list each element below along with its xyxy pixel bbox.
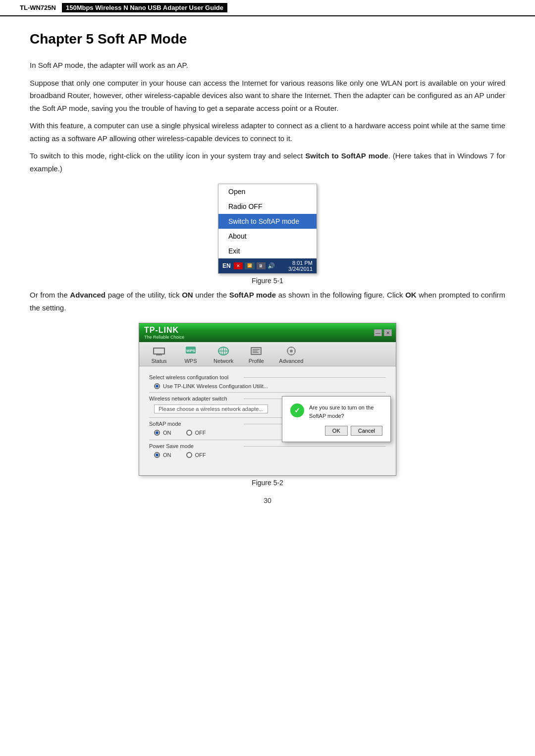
paragraph-1: In Soft AP mode, the adapter will work a…: [30, 59, 505, 72]
tplink-logo-sub: The Reliable Choice: [144, 335, 184, 340]
tplink-utility-window: TP-LINK The Reliable Choice — ✕: [139, 323, 396, 476]
paragraph-5: Or from the Advanced page of the utility…: [30, 289, 505, 314]
tplink-titlebar: TP-LINK The Reliable Choice — ✕: [139, 323, 396, 342]
bold-advanced: Advanced: [70, 291, 106, 299]
advanced-nav-icon: [284, 345, 298, 357]
confirm-content: ✓ Are you sure to turn on the SoftAP mod…: [290, 403, 382, 420]
powersave-on-label: ON: [163, 452, 171, 458]
page-number: 30: [30, 497, 505, 504]
nav-item-profile[interactable]: Profile: [241, 342, 271, 366]
header-model: TL-WN725N: [20, 4, 56, 11]
context-menu-item-exit: Exit: [218, 244, 317, 258]
nav-label-wps: WPS: [184, 358, 197, 364]
radio-tplink-config-button[interactable]: [154, 383, 160, 389]
paragraph-4: To switch to this mode, right-click on t…: [30, 150, 505, 175]
section-wireless-config-label: Select wireless configuration tool: [149, 374, 386, 380]
context-menu: Open Radio OFF Switch to SoftAP mode Abo…: [218, 184, 317, 274]
bold-switch-to-softap: Switch to SoftAP mode: [305, 151, 388, 160]
taskbar-icon-x: ✕: [234, 262, 243, 269]
nav-item-network[interactable]: Network: [208, 342, 239, 366]
bold-softap-mode: SoftAP mode: [229, 291, 276, 299]
softap-off-row: OFF: [186, 430, 206, 436]
chapter-title: Chapter 5 Soft AP Mode: [30, 31, 505, 47]
figure-1-label: Figure 5-1: [252, 277, 283, 285]
tplink-nav-bar: Status WPS WPS: [139, 342, 396, 366]
confirm-message: Are you sure to turn on the SoftAP mode?: [309, 403, 382, 420]
bold-on: ON: [182, 291, 193, 299]
taskbar-icon-network: 📶: [245, 262, 255, 269]
network-nav-icon: [216, 345, 230, 357]
confirm-dialog: ✓ Are you sure to turn on the SoftAP mod…: [282, 396, 391, 442]
nav-label-status: Status: [151, 358, 166, 364]
tplink-logo-text: TP-LINK: [144, 326, 184, 335]
confirm-buttons: OK Cancel: [290, 426, 382, 436]
wps-nav-icon: WPS: [184, 345, 198, 357]
softap-on-label: ON: [163, 430, 171, 436]
context-menu-item-switchsoftap: Switch to SoftAP mode: [218, 214, 317, 229]
taskbar-clock: 8:01 PM 3/24/2011: [288, 260, 313, 272]
powersave-off-label: OFF: [195, 452, 206, 458]
taskbar-icons: ✕ 📶 🖥 🔊: [234, 262, 275, 269]
powersave-off-radio[interactable]: [186, 452, 192, 458]
context-menu-item-about: About: [218, 229, 317, 244]
minimize-button[interactable]: —: [374, 329, 382, 336]
svg-point-15: [290, 350, 293, 353]
nav-item-wps[interactable]: WPS WPS: [176, 342, 206, 366]
context-menu-taskbar: EN ✕ 📶 🖥 🔊 8:01 PM 3/24/2011: [218, 258, 317, 273]
taskbar-icon-sound: 🔊: [268, 262, 275, 269]
radio-tplink-config: Use TP-LINK Wireless Configuration Utili…: [154, 383, 386, 389]
bold-ok: OK: [405, 291, 417, 299]
svg-rect-2: [156, 354, 162, 355]
tplink-window-controls: — ✕: [374, 329, 392, 336]
context-menu-item-radiooff: Radio OFF: [218, 199, 317, 214]
svg-text:WPS: WPS: [186, 349, 196, 353]
nav-label-advanced: Advanced: [279, 358, 303, 364]
profile-nav-icon: [249, 345, 263, 357]
radio-tplink-config-label: Use TP-LINK Wireless Configuration Utili…: [163, 383, 268, 389]
tplink-logo: TP-LINK The Reliable Choice: [144, 326, 184, 340]
powersave-off-row: OFF: [186, 452, 206, 458]
header-title: 150Mbps Wireless N Nano USB Adapter User…: [62, 3, 227, 12]
section-powersave-label: Power Save mode: [149, 443, 386, 449]
softap-off-label: OFF: [195, 430, 206, 436]
svg-rect-1: [154, 349, 164, 353]
figure-2-container: TP-LINK The Reliable Choice — ✕: [30, 323, 505, 487]
adapter-dropdown[interactable]: Please choose a wireless network adapte.…: [154, 404, 268, 413]
paragraph-3: With this feature, a computer can use a …: [30, 119, 505, 145]
page-content: Chapter 5 Soft AP Mode In Soft AP mode, …: [0, 16, 535, 524]
confirm-icon: ✓: [290, 403, 304, 417]
header-bar: TL-WN725N 150Mbps Wireless N Nano USB Ad…: [0, 0, 535, 16]
divider-1: [149, 392, 386, 393]
softap-on-row: ON: [154, 430, 171, 436]
figure-1-container: Open Radio OFF Switch to SoftAP mode Abo…: [30, 184, 505, 285]
confirm-cancel-button[interactable]: Cancel: [351, 426, 382, 436]
context-menu-item-open: Open: [218, 184, 317, 199]
nav-label-profile: Profile: [249, 358, 264, 364]
confirm-ok-button[interactable]: OK: [325, 426, 348, 436]
softap-off-radio[interactable]: [186, 430, 192, 436]
tplink-body: Select wireless configuration tool Use T…: [139, 366, 396, 475]
paragraph-2: Suppose that only one computer in your h…: [30, 77, 505, 115]
nav-item-advanced[interactable]: Advanced: [273, 342, 309, 366]
nav-label-network: Network: [214, 358, 233, 364]
figure-2-label: Figure 5-2: [252, 479, 283, 487]
close-button[interactable]: ✕: [384, 329, 392, 336]
powersave-on-radio[interactable]: [154, 452, 160, 458]
powersave-on-row: ON: [154, 452, 171, 458]
taskbar-icon-monitor: 🖥: [257, 262, 266, 269]
softap-on-radio[interactable]: [154, 430, 160, 436]
status-nav-icon: [152, 345, 166, 357]
nav-item-status[interactable]: Status: [144, 342, 174, 366]
taskbar-language-label: EN: [222, 262, 231, 269]
